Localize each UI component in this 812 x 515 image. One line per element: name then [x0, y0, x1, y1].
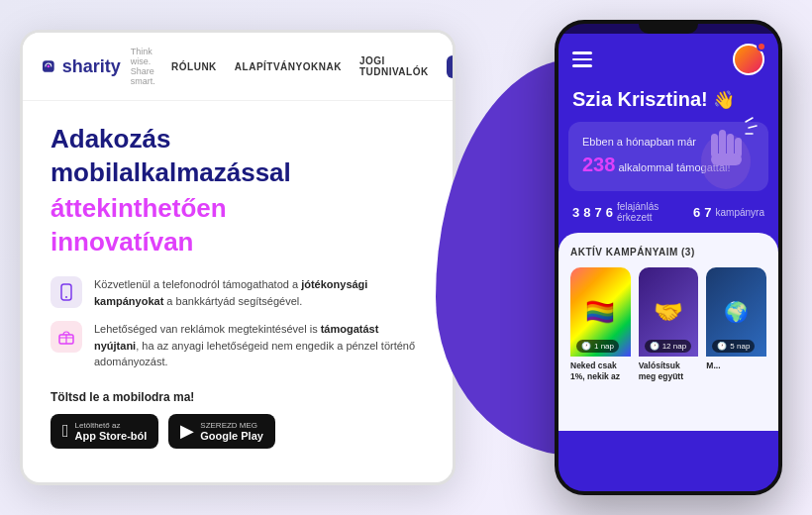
- nav-link-alapitvanyoknak[interactable]: ALAPÍTVÁNYOKNAK: [235, 61, 342, 72]
- phone-screen: Szia Krisztina! 👋 Ebben a hónapban már 2…: [558, 34, 778, 495]
- campaigns-title: AKTÍV KAMPÁNYAIM (3): [570, 247, 766, 258]
- stats-line1: Ebben a hónapban már: [582, 136, 696, 148]
- svg-rect-10: [711, 154, 742, 165]
- svg-line-12: [749, 126, 757, 128]
- laptop-body: Adakozás mobilalkalmazással áttekinthető…: [23, 101, 453, 472]
- cta-section: Töltsd le a mobilodra ma!  Letölthető a…: [51, 390, 425, 449]
- hamburger-line-3: [572, 64, 592, 67]
- phone-notch: [639, 24, 698, 34]
- nav-links: RÓLUNK ALAPÍTVÁNYOKNAK JOGI TUDNIVALÓK L…: [171, 55, 456, 78]
- campaign-card-2[interactable]: 🤝 🕐 12 nap Valósítsuk meg együtt: [639, 267, 699, 396]
- gift-icon: [51, 321, 82, 353]
- logo-area: sharity Think wise. Share smart.: [43, 47, 171, 86]
- logo-tagline: Think wise. Share smart.: [131, 47, 171, 86]
- campaign-time-label-2: 12 nap: [662, 342, 686, 351]
- campaign-time-2: 🕐 12 nap: [645, 340, 691, 353]
- feature-item-2: Lehetőséged van reklámok megtekintésével…: [51, 321, 425, 370]
- feature-item-1: Közvetlenül a telefonodról támogathatod …: [51, 276, 425, 309]
- hamburger-line-1: [572, 52, 592, 54]
- app-store-button[interactable]:  Letölthető az App Store-ból: [51, 414, 158, 449]
- app-store-text: Letölthető az App Store-ból: [75, 421, 148, 442]
- hero-line1: Adakozás: [51, 125, 425, 154]
- stats-row: 3 8 7 6 felajánlás érkezett 6 7 kampányr…: [558, 191, 778, 233]
- features-list: Közvetlenül a telefonodról támogathatod …: [51, 276, 425, 370]
- greeting-label: Szia Krisztina!: [572, 88, 708, 110]
- stat-num-1: 3: [572, 205, 579, 220]
- stats-number: 238: [582, 154, 615, 175]
- store-buttons:  Letölthető az App Store-ból ▶ SZEREZD …: [51, 414, 425, 449]
- google-play-main: Google Play: [200, 430, 263, 442]
- avatar-badge[interactable]: [733, 44, 764, 75]
- svg-point-3: [65, 296, 67, 298]
- svg-point-1: [48, 65, 51, 68]
- laptop-nav: sharity Think wise. Share smart. RÓLUNK …: [23, 33, 453, 101]
- hamburger-line-2: [572, 58, 592, 61]
- app-store-main: App Store-ból: [75, 430, 148, 442]
- campaign-time-1: 🕐 1 nap: [576, 340, 619, 353]
- campaign-desc-1: Neked csak 1%, nekik az: [570, 357, 631, 386]
- phone-device: Szia Krisztina! 👋 Ebben a hónapban már 2…: [555, 20, 782, 495]
- campaign-time-label-1: 1 nap: [594, 342, 614, 351]
- logo-text: sharity: [62, 56, 121, 77]
- play-store-icon: ▶: [180, 422, 194, 440]
- google-play-top: SZEREZD MEG: [200, 421, 263, 430]
- clock-icon-3: 🕐: [717, 342, 727, 351]
- laptop-device: sharity Think wise. Share smart. RÓLUNK …: [20, 30, 456, 485]
- campaign-desc-3: M...: [706, 357, 766, 375]
- campaigns-section: AKTÍV KAMPÁNYAIM (3) 🏳️‍🌈 🕐 1 nap Neked …: [558, 233, 778, 431]
- scene: sharity Think wise. Share smart. RÓLUNK …: [0, 0, 812, 515]
- google-play-text: SZEREZD MEG Google Play: [200, 421, 263, 442]
- campaign-card-3[interactable]: 🌍 🕐 5 nap M...: [706, 267, 766, 396]
- stat-num-5: 6: [693, 205, 700, 220]
- clock-icon-1: 🕐: [581, 342, 591, 351]
- phone-header: [558, 34, 778, 81]
- wave-emoji: 👋: [713, 90, 735, 110]
- feature-text-2: Lehetőséged van reklámok megtekintésével…: [94, 321, 425, 370]
- nav-link-rolunk[interactable]: RÓLUNK: [171, 61, 217, 72]
- stat-num-2: 8: [583, 205, 590, 220]
- phone-icon: [51, 276, 82, 308]
- stats-card: Ebben a hónapban már 238 alkalommal támo…: [568, 122, 768, 192]
- cta-label: Töltsd le a mobilodra ma!: [51, 390, 425, 404]
- greeting-text: Szia Krisztina! 👋: [572, 87, 764, 112]
- campaign-card-1[interactable]: 🏳️‍🌈 🕐 1 nap Neked csak 1%, nekik az: [570, 267, 631, 396]
- logo-icon: [43, 52, 54, 80]
- svg-line-11: [746, 118, 753, 122]
- campaign-time-label-3: 5 nap: [730, 342, 750, 351]
- clock-icon-2: 🕐: [650, 342, 660, 351]
- notification-dot: [757, 42, 766, 52]
- nav-link-jogi[interactable]: JOGI TUDNIVALÓK: [359, 55, 429, 77]
- svg-rect-6: [719, 130, 726, 157]
- stat-label-2: kampányra: [716, 207, 764, 218]
- app-store-top: Letölthető az: [75, 421, 148, 430]
- campaign-time-3: 🕐 5 nap: [712, 340, 755, 353]
- letoltes-button[interactable]: LETÖLTÉS: [447, 55, 456, 78]
- stat-label-1: felajánlás érkezett: [617, 201, 689, 223]
- campaigns-grid: 🏳️‍🌈 🕐 1 nap Neked csak 1%, nekik az 🤝 🕐…: [570, 267, 766, 396]
- hero-line3: áttekinthetően: [51, 192, 425, 226]
- hero-line2: mobilalkalmazással: [51, 158, 425, 188]
- stat-num-3: 7: [594, 205, 601, 220]
- google-play-button[interactable]: ▶ SZEREZD MEG Google Play: [168, 414, 275, 449]
- stat-num-6: 7: [704, 205, 711, 220]
- apple-icon: : [62, 422, 69, 440]
- campaign-desc-2: Valósítsuk meg együtt: [639, 357, 699, 386]
- hero-line4: innovatívan: [51, 226, 425, 259]
- feature-text-1: Közvetlenül a telefonodról támogathatod …: [94, 276, 425, 309]
- menu-icon[interactable]: [572, 52, 592, 67]
- stat-num-4: 6: [606, 205, 613, 220]
- hand-illustration: [691, 112, 761, 191]
